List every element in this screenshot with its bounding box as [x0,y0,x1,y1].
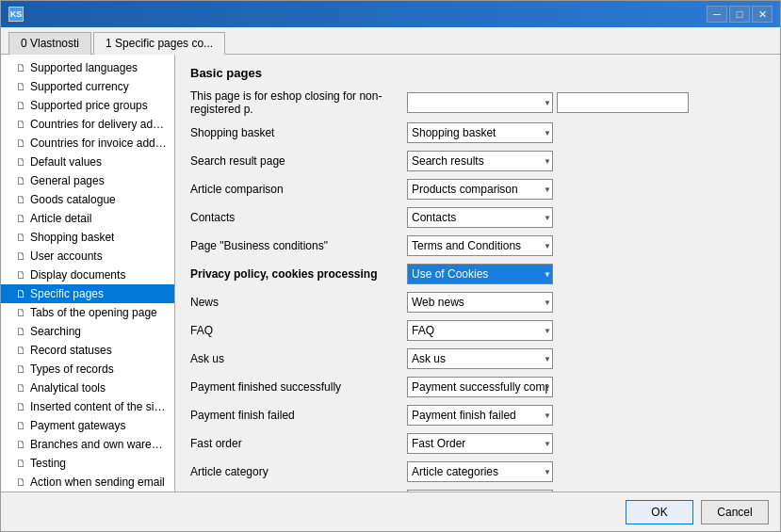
sidebar-item-label-14: Searching [30,325,81,338]
dropdown-container-2: Search results [407,151,553,171]
dropdown-container-1: Shopping basket [407,122,553,143]
sidebar-item-label-8: Article detail [30,212,91,225]
dropdown-container-14: Privacy Policy [407,490,553,492]
dropdown-container-10: Payment successfully comple [407,377,553,397]
sidebar-item-label-4: Countries for invoice addresse [30,137,167,150]
sidebar-item-label-6: General pages [30,174,105,187]
sidebar-item-8[interactable]: 🗋Article detail [1,209,174,228]
tab-specific-pages[interactable]: 1 Specific pages co... [93,32,225,55]
sidebar-item-14[interactable]: 🗋Searching [1,322,174,341]
row-controls-1: Shopping basket [407,122,553,143]
row-label-3: Article comparison [190,183,407,196]
sidebar-item-10[interactable]: 🗋User accounts [1,247,174,266]
dropdown-8[interactable]: FAQ [407,320,553,341]
dropdown-2[interactable]: Search results [407,151,553,171]
top-tabs: 0 Vlastnosti 1 Specific pages co... [1,27,780,55]
sidebar-item-label-12: Specific pages [30,287,104,300]
title-bar-left: KS [8,7,24,22]
row-controls-0 [407,92,689,113]
dropdown-7[interactable]: Web news [407,292,553,313]
row-controls-10: Payment successfully comple [407,377,553,397]
dropdown-3[interactable]: Products comparison [407,179,553,200]
dropdown-10[interactable]: Payment successfully comple [407,377,553,397]
sidebar-item-20[interactable]: 🗋Branches and own warehouses [1,435,174,454]
row-label-10: Payment finished successfully [190,380,407,394]
sidebar-item-15[interactable]: 🗋Record statuses [1,341,174,360]
dropdown-4[interactable]: Contacts [407,207,553,228]
ok-button[interactable]: OK [626,500,693,524]
dropdown-12[interactable]: Fast Order [407,433,553,454]
sidebar-item-12[interactable]: 🗋Specific pages [1,284,174,303]
sidebar-item-label-18: Inserted content of the sites [30,400,167,413]
sidebar-item-13[interactable]: 🗋Tabs of the opening page [1,303,174,322]
form-row-0: This page is for eshop closing for non-r… [190,89,765,116]
sidebar: 🗋Supported languages🗋Supported currency🗋… [1,55,175,492]
sidebar-item-21[interactable]: 🗋Testing [1,454,174,473]
sidebar-item-label-5: Default values [30,155,102,169]
row-label-2: Search result page [190,154,407,168]
sidebar-item-7[interactable]: 🗋Goods catalogue [1,190,174,209]
dropdown-container-6: Use of Cookies [407,264,553,284]
sidebar-item-9[interactable]: 🗋Shopping basket [1,228,174,247]
dropdown-11[interactable]: Payment finish failed [407,405,553,426]
dropdown-13[interactable]: Article categories [407,461,553,482]
sidebar-item-19[interactable]: 🗋Payment gateways [1,416,174,435]
tab-vlastnosti[interactable]: 0 Vlastnosti [8,32,91,55]
page-icon-4: 🗋 [16,137,26,149]
sidebar-item-16[interactable]: 🗋Types of records [1,360,174,379]
row-controls-2: Search results [407,151,553,171]
row-controls-11: Payment finish failed [407,405,553,426]
form-row-13: Article categoryArticle categories [190,460,765,483]
sidebar-item-label-17: Analytical tools [30,381,106,395]
sidebar-item-11[interactable]: 🗋Display documents [1,266,174,284]
page-icon-2: 🗋 [16,100,26,111]
sidebar-item-22[interactable]: 🗋Action when sending email [1,473,174,492]
dropdown-5[interactable]: Terms and Conditions [407,235,553,256]
form-row-10: Payment finished successfullyPayment suc… [190,376,765,398]
section-basic-title: Basic pages [190,66,765,80]
main-content: 🗋Supported languages🗋Supported currency🗋… [1,55,780,492]
dropdown-1[interactable]: Shopping basket [407,122,553,143]
sidebar-item-label-1: Supported currency [30,80,129,93]
sidebar-item-2[interactable]: 🗋Supported price groups [1,96,174,115]
dropdown-0[interactable] [407,92,553,113]
basic-rows-container: This page is for eshop closing for non-r… [190,89,765,492]
app-icon: KS [8,7,24,22]
dropdown-container-5: Terms and Conditions [407,235,553,256]
row-controls-6: Use of Cookies [407,264,553,284]
row-controls-4: Contacts [407,207,553,228]
sidebar-item-1[interactable]: 🗋Supported currency [1,77,174,96]
sidebar-item-18[interactable]: 🗋Inserted content of the sites [1,397,174,416]
content-area: 0 Vlastnosti 1 Specific pages co... 🗋Sup… [1,27,780,492]
sidebar-item-0[interactable]: 🗋Supported languages [1,58,174,77]
sidebar-item-label-2: Supported price groups [30,99,148,112]
minimize-button[interactable]: ─ [707,6,727,23]
page-icon-17: 🗋 [16,382,26,394]
form-row-7: NewsWeb news [190,291,765,314]
sidebar-item-6[interactable]: 🗋General pages [1,171,174,190]
dropdown-container-7: Web news [407,292,553,313]
page-icon-9: 🗋 [16,232,26,243]
form-row-12: Fast orderFast Order [190,432,765,455]
sidebar-item-label-9: Shopping basket [30,231,114,244]
right-panel: Basic pages This page is for eshop closi… [175,55,780,492]
row-controls-3: Products comparison [407,179,553,200]
sidebar-item-label-10: User accounts [30,250,103,263]
dropdown-9[interactable]: Ask us [407,348,553,369]
dropdown-6[interactable]: Use of Cookies [407,264,553,284]
extra-input-0[interactable] [557,92,689,113]
dropdown-container-8: FAQ [407,320,553,341]
sidebar-item-3[interactable]: 🗋Countries for delivery addresse [1,115,174,134]
dropdown-14[interactable]: Privacy Policy [407,490,553,492]
page-icon-22: 🗋 [16,476,26,488]
page-icon-3: 🗋 [16,119,26,130]
row-label-9: Ask us [190,352,407,365]
page-icon-8: 🗋 [16,213,26,224]
sidebar-item-17[interactable]: 🗋Analytical tools [1,379,174,397]
cancel-button[interactable]: Cancel [701,500,769,524]
sidebar-item-5[interactable]: 🗋Default values [1,153,174,171]
page-icon-11: 🗋 [16,269,26,281]
sidebar-item-4[interactable]: 🗋Countries for invoice addresse [1,134,174,153]
maximize-button[interactable]: □ [729,6,750,23]
close-button[interactable]: ✕ [752,6,773,23]
